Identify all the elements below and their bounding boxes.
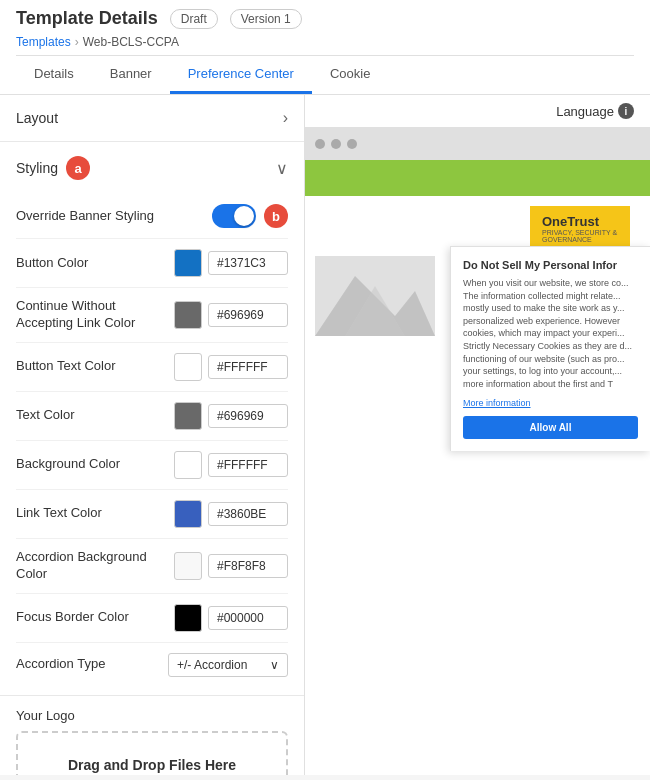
tab-details[interactable]: Details xyxy=(16,56,92,94)
background-color-input-group: #FFFFFF xyxy=(174,451,288,479)
accordion-dropdown-chevron-icon: ∨ xyxy=(270,658,279,672)
right-panel: Language i xyxy=(305,95,650,775)
mountain-svg xyxy=(315,256,435,336)
accordion-type-value: +/- Accordion xyxy=(177,658,247,672)
continue-link-color-swatch[interactable] xyxy=(174,301,202,329)
toggle-thumb xyxy=(234,206,254,226)
banner-popup-text: When you visit our website, we store co.… xyxy=(463,277,638,390)
dot-2 xyxy=(331,139,341,149)
link-text-color-swatch[interactable] xyxy=(174,500,202,528)
preview-browser: OneTrust PRIVACY, SECURITY & GOVERNANCE … xyxy=(305,128,650,775)
left-panel: Layout › Styling a ∨ Override Banner Sty… xyxy=(0,95,305,775)
draft-badge: Draft xyxy=(170,9,218,29)
styling-form-area: Override Banner Styling b Button Color xyxy=(0,194,304,695)
layout-section: Layout › xyxy=(0,95,304,142)
link-text-color-row: Link Text Color #3860BE xyxy=(16,490,288,539)
accordion-bg-color-input-group: #F8F8F8 xyxy=(174,552,288,580)
text-color-label: Text Color xyxy=(16,407,174,424)
background-color-row: Background Color #FFFFFF xyxy=(16,441,288,490)
b-badge: b xyxy=(264,204,288,228)
button-color-row: Button Color #1371C3 xyxy=(16,239,288,288)
info-icon[interactable]: i xyxy=(618,103,634,119)
tab-banner[interactable]: Banner xyxy=(92,56,170,94)
your-logo-label: Your Logo xyxy=(16,708,288,723)
button-color-label: Button Color xyxy=(16,255,174,272)
allow-all-button[interactable]: Allow All xyxy=(463,416,638,439)
language-bar: Language i xyxy=(305,95,650,128)
focus-border-color-swatch[interactable] xyxy=(174,604,202,632)
link-text-color-label: Link Text Color xyxy=(16,505,174,522)
layout-accordion-header[interactable]: Layout › xyxy=(0,95,304,141)
accordion-type-dropdown[interactable]: +/- Accordion ∨ xyxy=(168,653,288,677)
accordion-type-label: Accordion Type xyxy=(16,656,168,673)
onetrust-tagline: PRIVACY, SECURITY & GOVERNANCE xyxy=(542,229,618,243)
banner-popup-title: Do Not Sell My Personal Infor xyxy=(463,259,638,271)
button-color-input-group: #1371C3 xyxy=(174,249,288,277)
breadcrumb-current: Web-BCLS-CCPA xyxy=(83,35,179,49)
language-label: Language xyxy=(556,104,614,119)
toggle-container: b xyxy=(212,204,288,228)
focus-border-color-value[interactable]: #000000 xyxy=(208,606,288,630)
styling-accordion-header[interactable]: Styling a ∨ xyxy=(0,142,304,194)
override-banner-toggle[interactable] xyxy=(212,204,256,228)
page-title: Template Details xyxy=(16,8,158,29)
override-banner-label: Override Banner Styling xyxy=(16,208,212,225)
continue-link-color-label: Continue WithoutAccepting Link Color xyxy=(16,298,174,332)
text-color-input-group: #696969 xyxy=(174,402,288,430)
background-color-swatch[interactable] xyxy=(174,451,202,479)
tab-cookie[interactable]: Cookie xyxy=(312,56,388,94)
continue-link-color-input-group: #696969 xyxy=(174,301,288,329)
dot-1 xyxy=(315,139,325,149)
layout-chevron-icon: › xyxy=(283,109,288,127)
text-color-value[interactable]: #696969 xyxy=(208,404,288,428)
tab-bar: Details Banner Preference Center Cookie xyxy=(16,55,634,94)
button-text-color-value[interactable]: #FFFFFF xyxy=(208,355,288,379)
styling-section: Styling a ∨ Override Banner Styling xyxy=(0,142,304,696)
focus-border-color-label: Focus Border Color xyxy=(16,609,174,626)
button-text-color-label: Button Text Color xyxy=(16,358,174,375)
link-text-color-value[interactable]: #3860BE xyxy=(208,502,288,526)
styling-chevron-icon: ∨ xyxy=(276,159,288,178)
text-color-swatch[interactable] xyxy=(174,402,202,430)
preview-top-bar xyxy=(305,128,650,160)
accordion-type-row: Accordion Type +/- Accordion ∨ xyxy=(16,643,288,687)
upload-title: Drag and Drop Files Here xyxy=(34,757,270,773)
a-badge: a xyxy=(66,156,90,180)
header: Template Details Draft Version 1 Templat… xyxy=(0,0,650,95)
button-text-color-row: Button Text Color #FFFFFF xyxy=(16,343,288,392)
button-color-value[interactable]: #1371C3 xyxy=(208,251,288,275)
breadcrumb-parent[interactable]: Templates xyxy=(16,35,71,49)
preview-container: OneTrust PRIVACY, SECURITY & GOVERNANCE … xyxy=(305,128,650,775)
more-info-link[interactable]: More information xyxy=(463,398,638,408)
continue-link-color-row: Continue WithoutAccepting Link Color #69… xyxy=(16,288,288,343)
onetrust-brand-name: OneTrust xyxy=(542,214,618,229)
background-color-label: Background Color xyxy=(16,456,174,473)
dot-3 xyxy=(347,139,357,149)
banner-popup: Do Not Sell My Personal Infor When you v… xyxy=(450,246,650,451)
accordion-bg-color-swatch[interactable] xyxy=(174,552,202,580)
continue-link-color-value[interactable]: #696969 xyxy=(208,303,288,327)
tab-preference-center[interactable]: Preference Center xyxy=(170,56,312,94)
button-color-swatch[interactable] xyxy=(174,249,202,277)
focus-border-color-input-group: #000000 xyxy=(174,604,288,632)
accordion-bg-color-row: Accordion BackgroundColor #F8F8F8 xyxy=(16,539,288,594)
button-text-color-swatch[interactable] xyxy=(174,353,202,381)
accordion-bg-color-label: Accordion BackgroundColor xyxy=(16,549,174,583)
button-text-color-input-group: #FFFFFF xyxy=(174,353,288,381)
override-banner-row: Override Banner Styling b xyxy=(16,194,288,239)
onetrust-logo: OneTrust PRIVACY, SECURITY & GOVERNANCE xyxy=(530,206,630,251)
main-layout: Layout › Styling a ∨ Override Banner Sty… xyxy=(0,95,650,775)
link-text-color-input-group: #3860BE xyxy=(174,500,288,528)
preview-green-bar xyxy=(305,160,650,196)
styling-label: Styling xyxy=(16,160,58,176)
logo-section: Your Logo Drag and Drop Files Here File … xyxy=(0,696,304,775)
preview-mountain-image xyxy=(315,256,435,336)
version-badge: Version 1 xyxy=(230,9,302,29)
accordion-bg-color-value[interactable]: #F8F8F8 xyxy=(208,554,288,578)
text-color-row: Text Color #696969 xyxy=(16,392,288,441)
preview-content: OneTrust PRIVACY, SECURITY & GOVERNANCE … xyxy=(305,196,650,775)
upload-zone: Drag and Drop Files Here File format .jp… xyxy=(16,731,288,775)
focus-border-color-row: Focus Border Color #000000 xyxy=(16,594,288,643)
background-color-value[interactable]: #FFFFFF xyxy=(208,453,288,477)
toggle-track xyxy=(212,204,256,228)
